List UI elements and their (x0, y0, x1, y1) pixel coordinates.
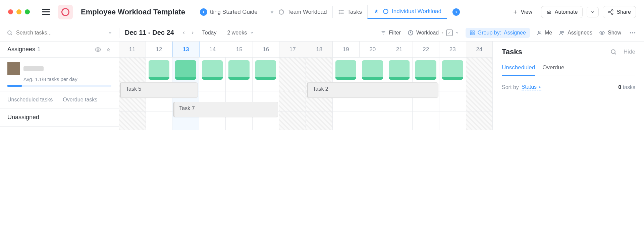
show-button[interactable]: Show (599, 30, 621, 36)
hide-panel-button[interactable]: Hide (624, 49, 635, 55)
day-column[interactable]: 21 (386, 42, 413, 57)
overdue-tasks-link[interactable]: Overdue tasks (63, 97, 97, 103)
prev-range-button[interactable] (179, 28, 188, 37)
day-column[interactable]: 20 (360, 42, 386, 57)
tab-individual-workload[interactable]: Individual Workload (367, 5, 447, 19)
automate-dropdown[interactable] (587, 7, 599, 17)
chevron-down-icon[interactable] (108, 30, 112, 35)
capacity-cell[interactable] (279, 58, 306, 91)
share-button[interactable]: Share (603, 6, 636, 18)
svg-point-37 (611, 50, 615, 54)
unassigned-row[interactable]: Unassigned (0, 108, 119, 127)
workload-block (415, 60, 436, 80)
svg-point-29 (538, 31, 540, 32)
tab-tasks[interactable]: Tasks (332, 6, 367, 18)
window-close-button[interactable] (8, 9, 13, 14)
search-input[interactable] (16, 30, 104, 36)
today-button[interactable]: Today (197, 30, 222, 36)
capacity-cell[interactable] (439, 58, 466, 91)
automate-button[interactable]: Automate (541, 6, 583, 18)
task-bar[interactable]: Task 5 (120, 82, 198, 98)
capacity-cell[interactable] (466, 58, 493, 91)
window-minimize-button[interactable] (16, 9, 21, 14)
me-button[interactable]: Me (537, 30, 552, 36)
grid-cell[interactable] (333, 111, 360, 130)
tab-label: Team Workload (287, 9, 327, 15)
eye-icon[interactable] (95, 46, 101, 53)
day-column[interactable]: 19 (333, 42, 360, 57)
grid-cell[interactable] (466, 91, 493, 111)
main-content: Assignees 1 Avg. 1.1/8 tasks per day (0, 42, 644, 234)
search-icon[interactable] (610, 49, 617, 55)
grid-cell[interactable] (439, 111, 466, 130)
sort-by-label: Sort by (502, 84, 519, 90)
day-column[interactable]: 12 (146, 42, 173, 57)
svg-point-16 (612, 13, 613, 15)
automate-label: Automate (555, 9, 578, 15)
arrow-right-circle-icon (452, 8, 460, 16)
grid-cell[interactable] (306, 111, 333, 130)
grid-cell[interactable] (279, 91, 306, 111)
grid-cell[interactable] (466, 111, 493, 130)
search-icon (7, 30, 13, 36)
day-column[interactable]: 13 (172, 42, 200, 57)
space-logo[interactable] (58, 5, 73, 19)
group-by-button[interactable]: Group by: Assignee (466, 28, 530, 38)
day-column[interactable]: 14 (200, 42, 226, 57)
grid-cell[interactable] (279, 111, 306, 130)
day-column[interactable]: 18 (306, 42, 333, 57)
grid-cell[interactable] (359, 111, 386, 130)
range-preset-select[interactable]: 2 weeks (222, 30, 259, 36)
assignees-button[interactable]: Assignees (559, 30, 592, 36)
date-range[interactable]: Dec 11 - Dec 24 (119, 29, 179, 36)
toolbar-right: View Automate Share (508, 6, 636, 18)
grid-cell[interactable] (439, 91, 466, 111)
assignees-header: Assignees 1 (0, 42, 119, 58)
filter-button[interactable]: Filter (381, 30, 401, 36)
collapse-icon[interactable] (105, 46, 111, 53)
day-column[interactable]: 17 (279, 42, 306, 57)
share-icon (608, 9, 614, 15)
window-maximize-button[interactable] (25, 9, 30, 14)
tab-getting-started[interactable]: tting Started Guide (195, 6, 263, 18)
day-column[interactable]: 15 (226, 42, 253, 57)
sort-by-value[interactable]: Status (522, 84, 541, 90)
grid-cell[interactable] (413, 111, 439, 130)
tab-overdue[interactable]: Overdue (542, 64, 564, 76)
svg-point-4 (339, 10, 339, 11)
tab-label: Individual Workload (392, 8, 441, 15)
svg-point-32 (601, 32, 603, 33)
capacity-cell[interactable] (253, 58, 279, 91)
view-button[interactable]: View (508, 6, 537, 18)
capacity-cell[interactable] (199, 58, 226, 91)
assignee-row[interactable]: Avg. 1.1/8 tasks per day (0, 58, 119, 91)
workload-block (389, 60, 410, 80)
day-column[interactable]: 24 (466, 42, 493, 57)
more-menu-button[interactable] (628, 28, 637, 37)
grid-cell[interactable] (386, 111, 413, 130)
chevron-down-icon (250, 31, 254, 35)
workload-toggle[interactable]: Workload • ✓ (408, 29, 459, 36)
capacity-cell[interactable] (226, 58, 253, 91)
filter-icon (381, 30, 386, 35)
tab-unscheduled[interactable]: Unscheduled (502, 64, 535, 76)
next-range-button[interactable] (188, 28, 197, 37)
workload-block (175, 60, 196, 80)
day-column[interactable]: 23 (439, 42, 466, 57)
grid-cell[interactable] (119, 111, 146, 130)
robot-icon (546, 9, 552, 15)
day-column[interactable]: 11 (119, 42, 146, 57)
svg-rect-27 (470, 33, 472, 35)
day-column[interactable]: 22 (413, 42, 440, 57)
unscheduled-tasks-link[interactable]: Unscheduled tasks (7, 97, 53, 103)
menu-hamburger[interactable] (42, 9, 50, 15)
svg-point-36 (97, 49, 99, 50)
grid-cell[interactable] (146, 111, 173, 130)
people-icon (559, 30, 565, 36)
task-bar[interactable]: Task 2 (307, 82, 438, 98)
tab-more[interactable] (447, 6, 465, 18)
tab-team-workload[interactable]: Team Workload (263, 6, 332, 18)
day-column[interactable]: 16 (253, 42, 280, 57)
checkbox-icon[interactable]: ✓ (446, 29, 453, 36)
task-bar[interactable]: Task 7 (173, 102, 278, 117)
